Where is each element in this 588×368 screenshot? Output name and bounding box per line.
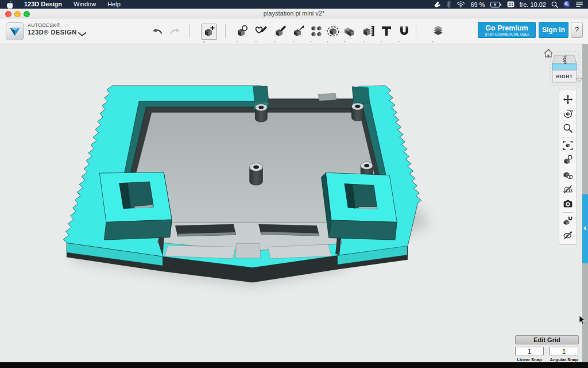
edit-grid-button[interactable]: Edit Grid	[515, 335, 579, 344]
controller-port-boss-left[interactable]	[99, 172, 172, 240]
viewcube-selected-edge[interactable]	[552, 64, 577, 70]
toolbar-divider	[189, 24, 190, 38]
material-icon[interactable]	[561, 154, 575, 167]
home-icon[interactable]	[544, 49, 552, 57]
front-apron[interactable]	[158, 222, 343, 258]
controller-port-boss-right[interactable]	[321, 172, 397, 240]
go-premium-button[interactable]: Go Premium (FOR COMMERCIAL USE)	[478, 22, 536, 38]
fit-view-icon[interactable]	[561, 139, 575, 152]
measure-icon[interactable]	[361, 24, 376, 39]
angular-snap-label: Angular Snap	[547, 357, 581, 362]
main-toolbar: AUTODESK® 123D® DESIGN	[0, 18, 588, 44]
side-panel-handle[interactable]	[582, 194, 588, 263]
redo-icon[interactable]	[168, 23, 183, 38]
snap-magnet-icon[interactable]	[397, 24, 412, 39]
input-source-icon[interactable]	[507, 1, 514, 7]
bottom-black-bar	[0, 362, 588, 368]
angular-snap-input[interactable]	[550, 347, 578, 355]
zoom-icon[interactable]	[561, 121, 575, 135]
app-window: 123D Design Window Help 69 % fre. 10.02	[0, 0, 588, 368]
hide-show-icon[interactable]	[561, 168, 575, 181]
linear-snap-label: Linear Snap	[512, 357, 547, 362]
notification-center-icon[interactable]	[576, 1, 583, 7]
battery-charging-icon[interactable]	[490, 2, 502, 7]
model-playstation-case[interactable]	[0, 44, 588, 362]
mouse-cursor	[579, 315, 586, 327]
screenshot-icon[interactable]	[561, 197, 575, 210]
toolbar-divider	[562, 137, 574, 137]
navigation-toolbar	[559, 90, 577, 245]
group-icon[interactable]	[326, 24, 341, 39]
orbit-icon[interactable]	[561, 107, 575, 120]
app-logo-icon[interactable]	[6, 22, 24, 40]
main-menu-chevron-icon[interactable]	[78, 29, 86, 39]
siri-icon[interactable]	[563, 1, 571, 8]
pattern-icon[interactable]	[309, 24, 324, 39]
brand-wordmark: AUTODESK® 123D® DESIGN	[28, 23, 77, 36]
battery-percent-label: 69 %	[470, 1, 485, 8]
primitives-icon[interactable]	[201, 24, 217, 40]
linear-snap-input[interactable]	[515, 347, 544, 355]
chevron-down-icon[interactable]	[577, 78, 582, 82]
avast-icon[interactable]	[434, 1, 441, 8]
sketch-loop-icon[interactable]	[235, 24, 250, 39]
viewcube-top-label[interactable]: TOP	[562, 55, 567, 64]
panel-expand-arrow-icon	[583, 226, 586, 231]
toolbar-divider	[225, 24, 226, 38]
print-3d-icon[interactable]	[431, 24, 446, 39]
undo-icon[interactable]	[149, 23, 164, 38]
wifi-icon[interactable]	[457, 1, 465, 7]
document-title: playstation pi mini v2*	[0, 10, 588, 17]
text-icon[interactable]	[379, 24, 394, 39]
pan-icon[interactable]	[561, 93, 575, 106]
view-cube[interactable]: TOP RIGHT	[540, 46, 586, 87]
transform-icon[interactable]	[291, 24, 306, 39]
sign-in-button[interactable]: Sign In	[539, 22, 568, 38]
help-button[interactable]: ?	[571, 22, 583, 38]
menu-item-help[interactable]: Help	[102, 0, 126, 9]
grid-toggle-icon[interactable]	[561, 182, 575, 195]
toolbar-divider	[562, 212, 574, 213]
apple-logo[interactable]	[0, 1, 18, 9]
outline-toggle-icon[interactable]	[561, 229, 575, 242]
construct-icon[interactable]	[273, 24, 288, 39]
spotlight-search-icon[interactable]	[551, 1, 558, 8]
menu-app-name[interactable]: 123D Design	[18, 0, 68, 9]
menu-item-window[interactable]: Window	[68, 0, 102, 9]
window-title-bar[interactable]: playstation pi mini v2*	[0, 9, 588, 18]
viewport-canvas[interactable]: TOP RIGHT	[0, 44, 588, 362]
menu-clock[interactable]: fre. 10.02	[520, 1, 546, 8]
viewcube-front-label[interactable]: RIGHT	[556, 74, 573, 79]
combine-icon[interactable]	[342, 24, 357, 39]
bluetooth-icon[interactable]	[446, 1, 451, 8]
toolbar-divider	[416, 24, 416, 38]
macos-menu-bar: 123D Design Window Help 69 % fre. 10.02	[0, 0, 588, 9]
sketch-draw-icon[interactable]	[254, 24, 269, 39]
grid-snap-panel: Edit Grid Linear Snap Angular Snap	[515, 335, 579, 344]
snap-target-icon[interactable]	[561, 214, 575, 228]
side-panel-strip[interactable]	[582, 44, 588, 362]
